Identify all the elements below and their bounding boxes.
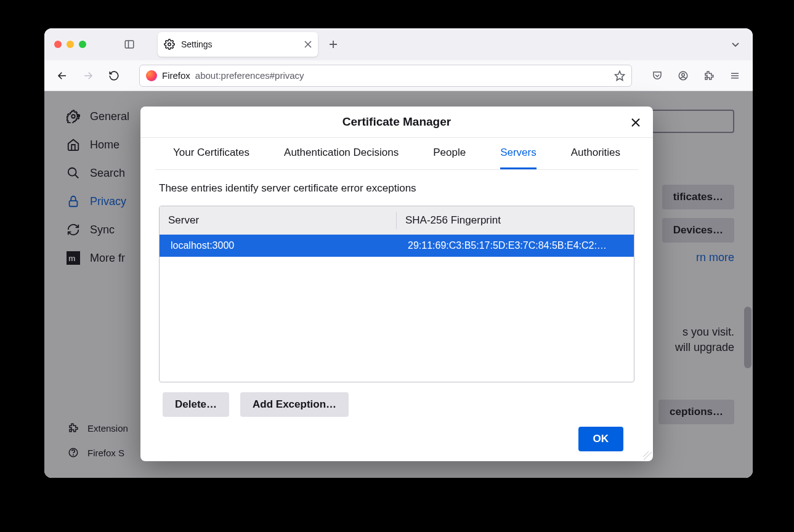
window-minimize-button[interactable]: [67, 41, 74, 48]
gear-icon: [164, 39, 175, 50]
list-tabs-button[interactable]: [723, 39, 748, 49]
certificate-manager-dialog: Certificate Manager Your Certificates Au…: [140, 107, 653, 461]
tab-authorities[interactable]: Authorities: [571, 147, 620, 169]
reload-button[interactable]: [103, 65, 124, 86]
window-zoom-button[interactable]: [79, 41, 86, 48]
tab-people[interactable]: People: [433, 147, 466, 169]
url-path: about:preferences#privacy: [195, 70, 304, 81]
pocket-button[interactable]: [647, 65, 668, 86]
column-header-server[interactable]: Server: [160, 212, 397, 229]
tab-your-certificates[interactable]: Your Certificates: [173, 147, 249, 169]
dialog-title: Certificate Manager: [140, 115, 653, 129]
dialog-close-button[interactable]: [628, 115, 643, 130]
browser-tab[interactable]: Settings: [158, 32, 318, 57]
table-row[interactable]: localhost:3000 29:11:69:C3:B5:17:5D:E3:7…: [160, 235, 634, 257]
new-tab-button[interactable]: [323, 40, 344, 49]
url-product-label: Firefox: [162, 70, 190, 81]
cell-server: localhost:3000: [160, 240, 397, 251]
tab-bar: Settings: [44, 28, 753, 60]
traffic-lights: [49, 41, 91, 48]
svg-marker-9: [615, 71, 625, 80]
svg-rect-0: [125, 41, 134, 48]
tab-title: Settings: [181, 39, 298, 49]
resize-grip[interactable]: [643, 451, 652, 460]
delete-button[interactable]: Delete…: [163, 392, 229, 417]
url-bar[interactable]: Firefox about:preferences#privacy: [139, 65, 632, 87]
cell-fingerprint: 29:11:69:C3:B5:17:5D:E3:7C:84:5B:E4:C2:…: [397, 240, 634, 251]
window-close-button[interactable]: [54, 41, 62, 48]
navigation-toolbar: Firefox about:preferences#privacy: [44, 60, 753, 91]
extensions-button[interactable]: [699, 65, 719, 86]
dialog-actions: Delete… Add Exception…: [159, 392, 634, 427]
tab-authentication-decisions[interactable]: Authentication Decisions: [284, 147, 399, 169]
dialog-footer: OK: [159, 427, 634, 461]
dialog-header: Certificate Manager: [140, 107, 653, 138]
column-header-fingerprint[interactable]: SHA-256 Fingerprint: [397, 214, 634, 227]
app-menu-button[interactable]: [724, 65, 745, 86]
table-body: localhost:3000 29:11:69:C3:B5:17:5D:E3:7…: [160, 235, 634, 382]
dialog-body: These entries identify server certificat…: [140, 170, 653, 461]
exceptions-table: Server SHA-256 Fingerprint localhost:300…: [159, 206, 634, 382]
table-header: Server SHA-256 Fingerprint: [160, 206, 634, 235]
sidebar-toggle-button[interactable]: [121, 36, 138, 53]
firefox-logo-icon: [146, 70, 157, 81]
ok-button[interactable]: OK: [578, 427, 624, 451]
tab-servers[interactable]: Servers: [500, 147, 537, 169]
svg-point-11: [682, 73, 685, 76]
account-button[interactable]: [673, 65, 694, 86]
tab-close-button[interactable]: [304, 41, 312, 48]
dialog-tabs: Your Certificates Authentication Decisio…: [155, 138, 638, 170]
forward-button[interactable]: [78, 65, 99, 86]
add-exception-button[interactable]: Add Exception…: [240, 392, 349, 417]
dialog-description: These entries identify server certificat…: [159, 182, 634, 195]
svg-point-2: [168, 43, 171, 46]
bookmark-star-button[interactable]: [614, 70, 625, 81]
back-button[interactable]: [52, 65, 73, 86]
